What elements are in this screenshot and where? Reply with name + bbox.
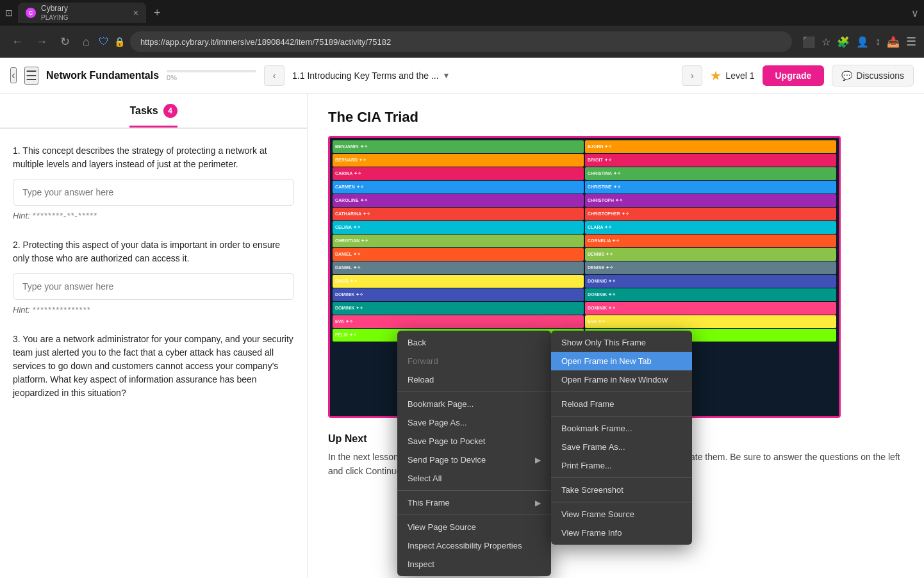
question-block-3: 3. You are a network administrator for y… xyxy=(13,333,294,400)
lesson-title-wrap[interactable]: 1.1 Introducing Key Terms and the ... ▼ xyxy=(292,70,674,81)
context-menu-item-inspect-a11y[interactable]: Inspect Accessibility Properties xyxy=(397,536,551,555)
nav-bar: ← → ↻ ⌂ 🛡 🔒 ⬛ ☆ 🧩 👤 ↕ 📥 ☰ xyxy=(0,26,924,58)
next-lesson-button[interactable]: › xyxy=(682,65,702,86)
answer-input-1[interactable] xyxy=(13,179,294,206)
context-menu-label-inspect-a11y: Inspect Accessibility Properties xyxy=(408,541,522,550)
level-badge: ★ Level 1 xyxy=(710,68,754,83)
sub-context-menu-item-screenshot[interactable]: Take Screenshot xyxy=(551,481,692,499)
header-right: ★ Level 1 Upgrade 💬 Discussions xyxy=(710,65,914,87)
context-menu-item-bookmark[interactable]: Bookmark Page... xyxy=(397,395,551,413)
wristband-item: CHRISTIAN ✦✧ xyxy=(333,235,584,247)
menu-button[interactable]: ☰ xyxy=(906,35,916,49)
sub-context-menu-label-screenshot: Take Screenshot xyxy=(561,485,623,495)
tasks-tab-label: Tasks xyxy=(129,105,158,117)
shield-icon: 🛡 xyxy=(99,36,109,47)
wristband-item: BERNARD ✦✧ xyxy=(333,154,584,167)
prev-lesson-button[interactable]: ‹ xyxy=(264,65,285,86)
context-menu-label-save-page: Save Page As... xyxy=(408,418,467,427)
extensions-puzzle-icon[interactable]: 🧩 xyxy=(837,36,850,48)
sub-context-menu-item-view-frame-info[interactable]: View Frame Info xyxy=(551,524,692,542)
browser-tab-active[interactable]: C Cybrary PLAYING × xyxy=(18,3,146,23)
wristband-item: DAVID ✦✧ xyxy=(333,275,584,288)
wristband-item: EVA ✦✧ xyxy=(585,315,836,328)
pocket-icon[interactable]: 📥 xyxy=(887,36,900,48)
sidebar-menu-button[interactable]: ☰ xyxy=(24,67,38,85)
left-panel: Tasks 4 1. This concept describes the st… xyxy=(0,94,308,578)
context-menu-item-reload[interactable]: Reload xyxy=(397,370,551,389)
sub-context-menu-label-reload-frame: Reload Frame xyxy=(561,399,614,409)
wristband-item: DENNIS ✦✧ xyxy=(585,248,836,261)
wristband-item: CHRISTOPH ✦✧ xyxy=(585,194,836,207)
context-menu-item-send-device[interactable]: Send Page to Device▶ xyxy=(397,450,551,469)
sub-context-menu-label-print-frame: Print Frame... xyxy=(561,461,612,470)
sub-context-menu-item-bookmark-frame[interactable]: Bookmark Frame... xyxy=(551,419,692,438)
wristband-item: CELINA ✦✧ xyxy=(333,221,584,234)
progress-label: 0% xyxy=(167,74,256,81)
wristband-item: CHRISTINE ✦✧ xyxy=(585,181,836,194)
sub-context-menu-item-open-frame-window[interactable]: Open Frame in New Window xyxy=(551,370,692,389)
question-block-1: 1. This concept describes the strategy o… xyxy=(13,144,294,220)
screenshot-icon[interactable]: ⬛ xyxy=(802,36,815,48)
address-bar[interactable] xyxy=(130,31,792,52)
wristband-item: CATHARINA ✦✧ xyxy=(333,208,584,220)
discussions-label: Discussions xyxy=(856,70,904,81)
context-menu-item-this-frame[interactable]: This Frame▶ xyxy=(397,493,551,512)
context-menu-label-forward: Forward xyxy=(408,356,438,366)
sub-context-menu-item-open-frame-tab[interactable]: Open Frame in New Tab xyxy=(551,352,692,370)
reload-button[interactable]: ↻ xyxy=(56,32,74,51)
profile-icon[interactable]: 👤 xyxy=(856,36,869,48)
wristband-item: DOMINIK ✦✧ xyxy=(585,288,836,301)
wristband-item: DOMINIK ✦✧ xyxy=(585,302,836,315)
sub-context-menu-item-print-frame[interactable]: Print Frame... xyxy=(551,456,692,475)
sub-context-menu-item-view-frame-source[interactable]: View Frame Source xyxy=(551,505,692,524)
wristband-item: CORNELIA ✦✧ xyxy=(585,235,836,247)
context-menu-label-back: Back xyxy=(408,338,426,347)
context-menu-item-save-pocket[interactable]: Save Page to Pocket xyxy=(397,432,551,450)
wristband-item: DOMINIK ✦✧ xyxy=(333,302,584,315)
question-1-text: 1. This concept describes the strategy o… xyxy=(13,144,294,171)
sub-context-menu-item-save-frame[interactable]: Save Frame As... xyxy=(551,438,692,456)
progress-bar-wrap: 0% xyxy=(167,70,256,81)
question-3-text: 3. You are a network administrator for y… xyxy=(13,333,294,400)
answer-input-2[interactable] xyxy=(13,273,294,300)
context-menu-item-select-all[interactable]: Select All xyxy=(397,469,551,488)
forward-button[interactable]: → xyxy=(32,33,51,51)
context-menu-separator xyxy=(397,515,551,515)
wristband-item: CHRISTOPHER ✦✧ xyxy=(585,208,836,220)
home-button[interactable]: ⌂ xyxy=(79,33,94,51)
tasks-tab-wrap: Tasks 4 xyxy=(0,94,307,129)
context-menu-item-view-source[interactable]: View Page Source xyxy=(397,518,551,536)
discussions-button[interactable]: 💬 Discussions xyxy=(832,65,914,87)
sub-context-menu-item-show-frame[interactable]: Show Only This Frame xyxy=(551,333,692,352)
app-header: ‹ ☰ Network Fundamentals 0% ‹ 1.1 Introd… xyxy=(0,58,924,94)
lesson-dropdown-icon: ▼ xyxy=(443,71,450,80)
recent-tabs-icon[interactable]: ⊡ xyxy=(5,8,13,18)
sidebar-back-button[interactable]: ‹ xyxy=(10,67,17,83)
wristband-item: BENJAMIN ✦✧ xyxy=(333,140,584,153)
tasks-tab[interactable]: Tasks 4 xyxy=(129,104,177,128)
wristband-item: CLARA ✦✧ xyxy=(585,221,836,234)
bookmark-star-icon[interactable]: ☆ xyxy=(821,36,830,48)
context-menu-item-back[interactable]: Back xyxy=(397,333,551,352)
wristband-item: CAROLINE ✦✧ xyxy=(333,194,584,207)
tab-subtitle: PLAYING xyxy=(41,14,69,21)
context-menu-label-select-all: Select All xyxy=(408,474,441,483)
back-button[interactable]: ← xyxy=(8,33,27,51)
tab-chevron[interactable]: ∨ xyxy=(911,7,919,19)
sub-context-menu-item-reload-frame[interactable]: Reload Frame xyxy=(551,395,692,413)
browser-chrome: ⊡ C Cybrary PLAYING × + ∨ ← → ↻ ⌂ 🛡 xyxy=(0,0,924,58)
tab-close-button[interactable]: × xyxy=(133,8,138,18)
context-menu-item-forward: Forward xyxy=(397,352,551,370)
new-tab-button[interactable]: + xyxy=(154,6,161,20)
course-title: Network Fundamentals xyxy=(46,70,159,81)
upgrade-button[interactable]: Upgrade xyxy=(763,65,825,86)
sub-context-menu-label-open-frame-tab: Open Frame in New Tab xyxy=(561,356,652,366)
sync-icon[interactable]: ↕ xyxy=(875,36,880,47)
context-menu-item-inspect[interactable]: Inspect xyxy=(397,555,551,574)
discussions-icon: 💬 xyxy=(841,70,852,81)
sub-context-menu-label-view-frame-source: View Frame Source xyxy=(561,509,634,519)
lock-icon: 🔒 xyxy=(114,37,125,47)
context-menu-label-reload: Reload xyxy=(408,375,434,384)
context-menu-item-save-page[interactable]: Save Page As... xyxy=(397,413,551,432)
hint-1-stars: ********-**-***** xyxy=(32,211,97,220)
